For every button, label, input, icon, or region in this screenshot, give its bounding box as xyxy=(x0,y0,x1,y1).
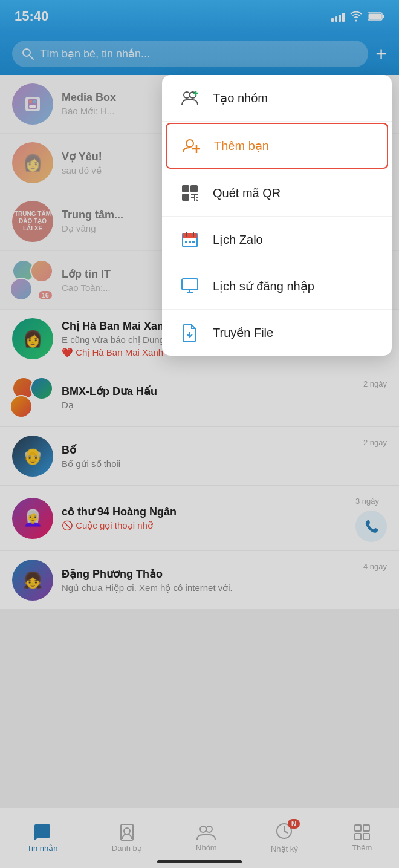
svg-point-11 xyxy=(184,92,190,98)
svg-rect-23 xyxy=(184,195,187,199)
dropdown-overlay[interactable]: Tạo nhóm Thêm bạn xyxy=(0,0,399,868)
menu-item-lich-su[interactable]: Lịch sử đăng nhập xyxy=(162,263,392,310)
svg-rect-35 xyxy=(192,241,195,243)
svg-rect-22 xyxy=(192,187,196,191)
quet-ma-qr-label: Quét mã QR xyxy=(213,186,281,200)
create-group-icon xyxy=(179,87,201,109)
lich-zalo-label: Lịch Zalo xyxy=(213,232,263,247)
dropdown-menu: Tạo nhóm Thêm bạn xyxy=(162,75,392,356)
menu-item-truyen-file[interactable]: Truyền File xyxy=(162,310,392,356)
calendar-icon xyxy=(179,229,201,250)
menu-item-quet-ma-qr[interactable]: Quét mã QR xyxy=(162,170,392,217)
menu-item-lich-zalo[interactable]: Lịch Zalo xyxy=(162,217,392,263)
add-friend-icon xyxy=(180,135,202,157)
svg-rect-34 xyxy=(189,241,191,243)
file-icon xyxy=(179,322,201,344)
tao-nhom-label: Tạo nhóm xyxy=(213,91,268,105)
lich-su-label: Lịch sử đăng nhập xyxy=(213,279,314,293)
them-ban-label: Thêm bạn xyxy=(214,139,269,153)
qr-icon xyxy=(179,182,201,204)
svg-rect-21 xyxy=(184,187,187,191)
monitor-icon xyxy=(179,275,201,297)
svg-rect-33 xyxy=(185,241,187,243)
svg-rect-30 xyxy=(183,233,197,238)
menu-item-tao-nhom[interactable]: Tạo nhóm xyxy=(162,75,392,122)
menu-item-them-ban[interactable]: Thêm bạn xyxy=(166,123,388,169)
svg-point-15 xyxy=(186,140,193,147)
svg-rect-36 xyxy=(182,279,198,290)
svg-line-28 xyxy=(196,200,198,201)
truyen-file-label: Truyền File xyxy=(213,325,273,340)
